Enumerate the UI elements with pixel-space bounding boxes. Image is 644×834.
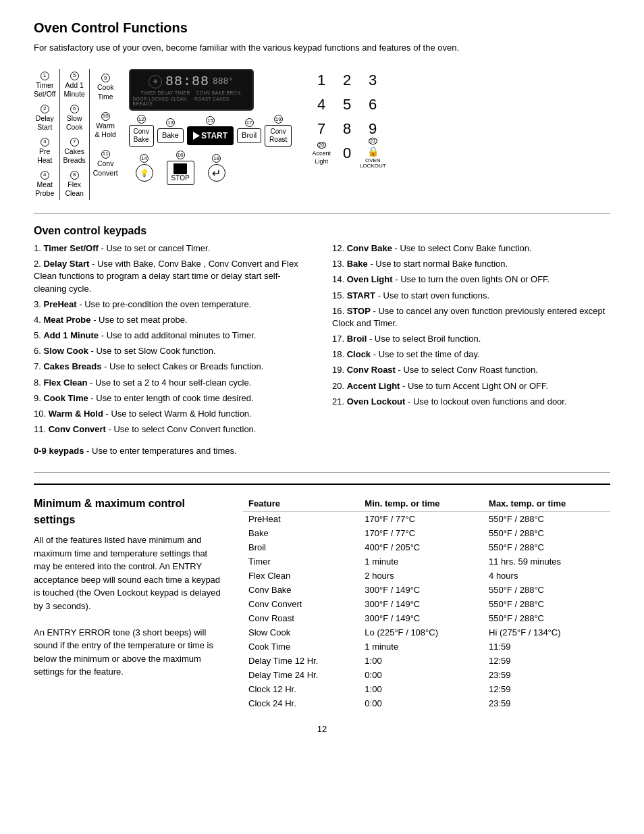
kp-item-left-1: 1. Timer Set/Off - Use to set or cancel … bbox=[34, 242, 312, 255]
oven-lockout-btn[interactable]: 21 🔒 OVENLOCKOUT bbox=[360, 142, 385, 165]
conv-bake-button[interactable]: ConvBake bbox=[129, 125, 154, 147]
lock-icon: 🔒 bbox=[367, 146, 379, 157]
table-cell: 1 minute bbox=[359, 554, 483, 569]
kp-item-left-6: 6. Slow Cook - Use to set Slow Cook func… bbox=[34, 345, 312, 357]
num-6-btn[interactable]: 6 bbox=[360, 93, 385, 116]
kp-item-left-10: 10. Warm & Hold - Use to select Warm & H… bbox=[34, 408, 312, 420]
kp-bold: STOP bbox=[347, 306, 371, 316]
num-1-btn[interactable]: 1 bbox=[309, 69, 333, 92]
col-min: Min. temp. or time bbox=[359, 496, 483, 512]
num-3-btn[interactable]: 3 bbox=[360, 69, 385, 92]
table-row: Delay Time 24 Hr.0:0023:59 bbox=[243, 668, 610, 682]
stop-button[interactable]: STOP bbox=[167, 161, 194, 185]
col-max: Max. temp. or time bbox=[483, 496, 610, 512]
numpad: 1 2 3 4 5 6 7 8 9 20 Accent Light 0 21 🔒… bbox=[309, 69, 385, 165]
table-row: Conv Convert300°F / 149°C550°F / 288°C bbox=[243, 597, 610, 611]
func-buttons-bottom: 14 💡 16 STOP 18 ↵ bbox=[129, 151, 225, 185]
num-0-btn[interactable]: 0 bbox=[335, 142, 359, 165]
fan-icon: ✳ bbox=[149, 75, 162, 88]
kp-bold: START bbox=[347, 290, 375, 301]
kp-bold: Clock bbox=[347, 349, 371, 359]
kp-bold: Oven Light bbox=[347, 274, 393, 284]
table-cell: Hi (275°F / 134°C) bbox=[483, 625, 610, 640]
table-cell: Lo (225°F / 108°C) bbox=[359, 625, 483, 640]
num-5-btn[interactable]: 5 bbox=[335, 93, 359, 116]
table-row: Bake170°F / 77°C550°F / 288°C bbox=[243, 526, 610, 540]
table-row: Timer1 minute11 hrs. 59 minutes bbox=[243, 554, 610, 569]
table-cell: 300°F / 149°C bbox=[359, 611, 483, 625]
settings-description: Minimum & maximum control settings All o… bbox=[34, 496, 223, 710]
conv-roast-button[interactable]: ConvRoast bbox=[265, 125, 292, 147]
kp-bold: Cook Time bbox=[43, 393, 88, 403]
settings-divider bbox=[34, 472, 610, 473]
kp-item-left-9: 9. Cook Time - Use to enter length of co… bbox=[34, 392, 312, 405]
table-cell: Delay Time 24 Hr. bbox=[243, 668, 359, 682]
kp-item-left-5: 5. Add 1 Minute - Use to add additonal m… bbox=[34, 330, 312, 342]
special-note-bold: 0-9 keypads bbox=[34, 446, 84, 456]
kp-bold: PreHeat bbox=[43, 299, 76, 309]
clock-button[interactable]: ↵ bbox=[208, 164, 225, 182]
labels-col-1: 1 TimerSet/Off 2 DelayStart 3 PreHeat 4 … bbox=[34, 69, 56, 200]
table-cell: 12:59 bbox=[483, 682, 610, 696]
play-icon bbox=[193, 132, 200, 140]
bake-button[interactable]: Bake bbox=[157, 128, 184, 142]
kp-bold: Add 1 Minute bbox=[43, 330, 99, 340]
table-cell: 1:00 bbox=[359, 682, 483, 696]
num-4-btn[interactable]: 4 bbox=[309, 93, 333, 116]
table-cell: 550°F / 288°C bbox=[483, 583, 610, 597]
table-cell: PreHeat bbox=[243, 512, 359, 527]
label-10: 10 Warm& Hold bbox=[93, 109, 118, 141]
section-title: Oven Control Functions For satisfactory … bbox=[34, 20, 610, 53]
kp-item-right-13: 13. Bake - Use to start normal Bake func… bbox=[332, 258, 610, 270]
oven-screen-area: ✳ 88:88 888° TIMED DELAY TIMER CONV BAKE… bbox=[129, 69, 292, 185]
table-row: Broil400°F / 205°C550°F / 288°C bbox=[243, 540, 610, 554]
table-cell: 23:59 bbox=[483, 696, 610, 710]
labels-col-3: 9 CookTime 10 Warm& Hold 11 ConvConvert bbox=[93, 69, 118, 200]
label-11: 11 ConvConvert bbox=[93, 147, 118, 179]
kp-item-right-14: 14. Oven Light - Use to turn the oven li… bbox=[332, 273, 610, 286]
num-2-btn[interactable]: 2 bbox=[335, 69, 359, 92]
broil-button[interactable]: Broil bbox=[237, 128, 261, 142]
kp-item-right-19: 19. Conv Roast - Use to select Conv Roas… bbox=[332, 364, 610, 376]
table-cell: 0:00 bbox=[359, 668, 483, 682]
num-8-btn[interactable]: 8 bbox=[335, 118, 359, 140]
label-7: 7 CakesBreads bbox=[63, 135, 86, 167]
numpad-area: 1 2 3 4 5 6 7 8 9 20 Accent Light 0 21 🔒… bbox=[309, 69, 385, 165]
accent-light-btn[interactable]: 20 Accent Light bbox=[309, 142, 333, 165]
intro-text: For satisfactory use of your oven, becom… bbox=[34, 43, 610, 53]
bake-labeled: 13 Bake bbox=[157, 118, 184, 142]
start-button[interactable]: START bbox=[187, 126, 234, 145]
table-cell: 550°F / 288°C bbox=[483, 526, 610, 540]
table-cell: 4 hours bbox=[483, 569, 610, 583]
kp-item-right-20: 20. Accent Light - Use to turn Accent Li… bbox=[332, 380, 610, 392]
keypads-title: Oven control keypads bbox=[34, 225, 610, 237]
num-9-btn[interactable]: 9 bbox=[360, 118, 385, 140]
table-row: PreHeat170°F / 77°C550°F / 288°C bbox=[243, 512, 610, 527]
start-labeled: 15 START bbox=[187, 116, 234, 145]
table-cell: Delay Time 12 Hr. bbox=[243, 654, 359, 668]
kp-bold: Broil bbox=[347, 334, 367, 344]
kp-item-left-8: 8. Flex Clean - Use to set a 2 to 4 hour… bbox=[34, 377, 312, 389]
control-panel-diagram: 1 TimerSet/Off 2 DelayStart 3 PreHeat 4 … bbox=[34, 69, 610, 200]
table-cell: Slow Cook bbox=[243, 625, 359, 640]
settings-desc-para: All of the features listed have minimum … bbox=[34, 533, 223, 679]
table-cell: Bake bbox=[243, 526, 359, 540]
num-7-btn[interactable]: 7 bbox=[309, 118, 333, 140]
func-buttons-top: 12 ConvBake 13 Bake 15 START 17 Broil 19 bbox=[129, 115, 292, 147]
label-9: 9 CookTime bbox=[93, 72, 118, 103]
table-cell: Broil bbox=[243, 540, 359, 554]
kp-item-left-4: 4. Meat Probe - Use to set meat probe. bbox=[34, 314, 312, 326]
settings-title: Minimum & maximum control settings bbox=[34, 496, 223, 528]
broil-labeled: 17 Broil bbox=[237, 118, 261, 142]
kp-item-left-2: 2. Delay Start - Use with Bake, Conv Bak… bbox=[34, 258, 312, 295]
table-row: Delay Time 12 Hr.1:0012:59 bbox=[243, 654, 610, 668]
table-cell: Clock 24 Hr. bbox=[243, 696, 359, 710]
oven-light-button[interactable]: 💡 bbox=[136, 164, 153, 182]
table-cell: 0:00 bbox=[359, 696, 483, 710]
oven-light-labeled: 14 💡 bbox=[136, 154, 153, 182]
table-cell: 11:59 bbox=[483, 640, 610, 654]
kp-bold: Flex Clean bbox=[43, 377, 87, 388]
label-5: 5 Add 1Minute bbox=[63, 69, 86, 101]
kp-bold: Conv Convert bbox=[49, 424, 106, 434]
page-number: 12 bbox=[34, 724, 610, 734]
